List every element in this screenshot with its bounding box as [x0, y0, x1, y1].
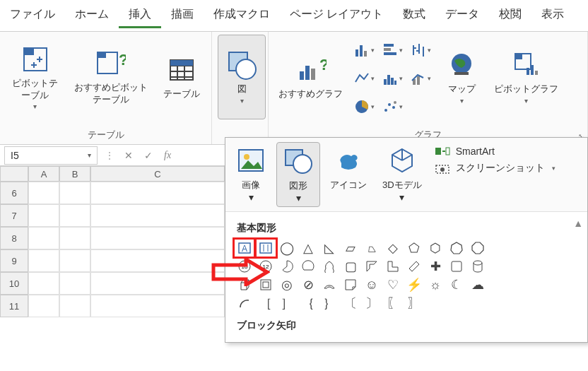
col-header[interactable]: C	[90, 166, 225, 182]
menu-data[interactable]: データ	[435, 3, 489, 28]
shape-arc[interactable]	[234, 294, 255, 312]
shape-triangle[interactable]: △	[298, 239, 319, 257]
smartart-button[interactable]: SmartArt	[435, 145, 555, 158]
menu-page-layout[interactable]: ページ レイアウト	[280, 3, 393, 28]
shape-text-box[interactable]: A	[234, 239, 255, 257]
row-header[interactable]: 11	[0, 295, 28, 317]
menu-view[interactable]: 表示	[531, 3, 574, 28]
cell[interactable]	[28, 295, 59, 317]
histogram-button[interactable]: ▾	[380, 66, 405, 91]
cell[interactable]	[90, 227, 225, 249]
scatter-chart-button[interactable]: ▾	[380, 94, 405, 119]
cell[interactable]	[59, 272, 90, 295]
cell[interactable]	[59, 249, 90, 272]
shape-brace-right[interactable]: ｝	[319, 294, 340, 312]
cell[interactable]	[90, 204, 225, 227]
shape-block-arc[interactable]	[319, 276, 340, 294]
cell[interactable]	[59, 204, 90, 227]
pivot-chart-button[interactable]: ピボットグラフ ▾	[490, 35, 563, 119]
row-header[interactable]: 10	[0, 272, 28, 295]
shape-pentagon[interactable]: ⬠	[404, 239, 425, 257]
shape-plaque[interactable]	[446, 257, 467, 276]
shape-pie[interactable]	[276, 257, 298, 276]
shape-can[interactable]	[467, 257, 488, 276]
shapes-button[interactable]: 図形 ▾	[276, 142, 320, 207]
col-header[interactable]: A	[28, 166, 59, 182]
shape-cross[interactable]: ✚	[425, 257, 446, 276]
pivot-table-button[interactable]: ピボットテーブル ▾	[6, 35, 65, 119]
3d-models-button[interactable]: 3Dモデル ▾	[377, 142, 428, 207]
shape-double-bracket-r[interactable]: 〕	[361, 294, 382, 312]
menu-macro[interactable]: 作成マクロ	[204, 3, 280, 28]
shape-hexagon[interactable]: ⬡	[425, 239, 446, 257]
map-button[interactable]: マップ ▾	[437, 35, 486, 119]
cell[interactable]	[28, 272, 59, 295]
shape-sun[interactable]: ☼	[425, 276, 446, 294]
row-header[interactable]: 7	[0, 204, 28, 227]
icons-button[interactable]: アイコン	[324, 142, 372, 207]
shape-bracket-left[interactable]: ［	[255, 294, 276, 312]
recommended-pivot-button[interactable]: ? おすすめピボットテーブル	[69, 35, 153, 119]
cell[interactable]	[59, 227, 90, 249]
cancel-button[interactable]: ✕	[120, 148, 137, 163]
cell[interactable]	[90, 249, 225, 272]
cell[interactable]	[90, 295, 225, 317]
shape-teardrop[interactable]	[319, 257, 340, 276]
shape-no-symbol[interactable]: ⊘	[298, 276, 319, 294]
menu-insert[interactable]: 挿入	[119, 3, 161, 28]
column-chart-button[interactable]: ▾	[351, 37, 377, 63]
shape-bracket-right[interactable]: ］	[276, 294, 298, 312]
shape-oval[interactable]: ◯	[276, 239, 298, 257]
shape-vertical-text-box[interactable]	[255, 239, 276, 257]
cell[interactable]	[59, 295, 90, 317]
name-box[interactable]: I5 ▾	[4, 146, 98, 165]
select-all-corner[interactable]	[0, 166, 28, 182]
line-chart-button[interactable]: ▾	[351, 66, 377, 91]
menu-file[interactable]: ファイル	[0, 3, 65, 28]
cell[interactable]	[90, 272, 225, 295]
shape-folded-corner[interactable]	[340, 276, 361, 294]
cell[interactable]	[28, 204, 59, 227]
combo-chart-button[interactable]: ▾	[408, 66, 433, 91]
screenshot-button[interactable]: スクリーンショット ▾	[435, 162, 555, 175]
shape-trapezoid[interactable]: ⏢	[361, 239, 382, 257]
shape-frame[interactable]: ▢	[340, 257, 361, 276]
col-header[interactable]: B	[59, 166, 90, 182]
shape-brace-left[interactable]: ｛	[298, 294, 319, 312]
shape-half-frame[interactable]	[361, 257, 382, 276]
cell[interactable]	[59, 182, 90, 204]
row-header[interactable]: 9	[0, 249, 28, 272]
illustrations-button[interactable]: 図 ▾	[218, 35, 266, 119]
shape-diagonal-stripe[interactable]	[404, 257, 425, 276]
recommended-chart-button[interactable]: ? おすすめグラフ	[274, 35, 347, 119]
shape-right-triangle[interactable]: ◺	[319, 239, 340, 257]
row-header[interactable]: 6	[0, 182, 28, 204]
shape-moon[interactable]: ☾	[446, 276, 467, 294]
shape-heart[interactable]: ♡	[382, 276, 404, 294]
shape-octagon[interactable]	[467, 239, 488, 257]
menu-formulas[interactable]: 数式	[393, 3, 435, 28]
shape-donut[interactable]: ◎	[276, 276, 298, 294]
menu-home[interactable]: ホーム	[65, 3, 119, 28]
menu-draw[interactable]: 描画	[161, 3, 204, 28]
cell[interactable]	[28, 227, 59, 249]
bar-chart-button[interactable]: ▾	[380, 37, 405, 63]
shape-lightning[interactable]: ⚡	[404, 276, 425, 294]
row-header[interactable]: 8	[0, 227, 28, 249]
stock-chart-button[interactable]: ▾	[408, 37, 433, 63]
pie-chart-button[interactable]: ▾	[351, 94, 377, 119]
shape-heptagon[interactable]	[446, 239, 467, 257]
shape-double-brace-r[interactable]: 〗	[404, 294, 425, 312]
shape-l-shape[interactable]	[382, 257, 404, 276]
shape-cloud[interactable]: ☁	[467, 276, 488, 294]
cell[interactable]	[90, 182, 225, 204]
cell[interactable]	[28, 249, 59, 272]
table-button[interactable]: テーブル	[158, 35, 206, 119]
enter-button[interactable]: ✓	[140, 148, 157, 163]
fx-button[interactable]: fx	[160, 148, 175, 163]
cell[interactable]	[28, 182, 59, 204]
shape-parallelogram[interactable]: ▱	[340, 239, 361, 257]
scroll-up-button[interactable]: ▲	[573, 218, 583, 229]
shape-chord[interactable]	[298, 257, 319, 276]
shape-double-brace[interactable]: 〖	[382, 294, 404, 312]
